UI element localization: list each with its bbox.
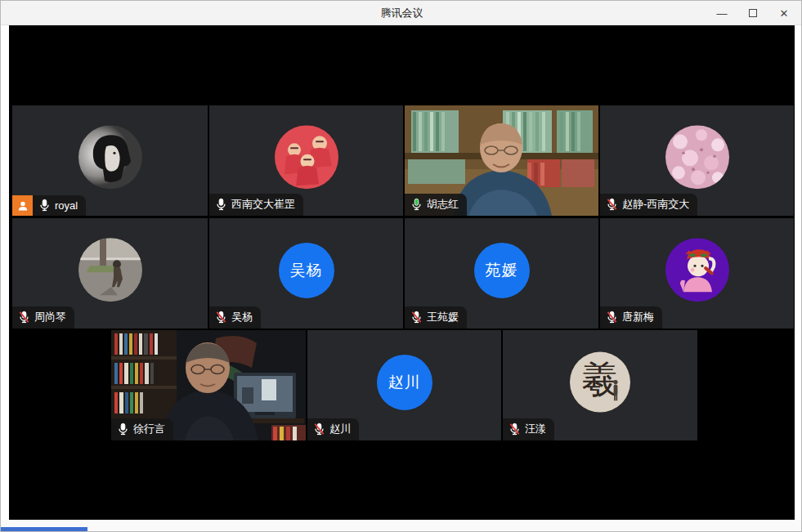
mic-on-icon bbox=[39, 199, 50, 212]
avatar-text: 赵川 bbox=[388, 371, 421, 392]
meeting-gallery: royal 西南交大崔罡 bbox=[9, 25, 795, 521]
person-silhouette bbox=[612, 379, 620, 400]
avatar-initials: 苑媛 bbox=[474, 242, 530, 297]
close-button[interactable]: ✕ bbox=[770, 2, 798, 24]
name-label: 吴杨 bbox=[209, 306, 261, 329]
participant-tile[interactable]: 赵川 赵川 bbox=[307, 330, 501, 440]
avatar bbox=[78, 125, 142, 189]
participant-tile[interactable]: 羲 汪漾 bbox=[503, 330, 697, 440]
avatar-text: 苑媛 bbox=[486, 259, 518, 280]
minimize-button[interactable]: — bbox=[708, 2, 736, 24]
name-label: 胡志红 bbox=[405, 194, 467, 216]
avatar-initials: 赵川 bbox=[377, 354, 432, 409]
participant-name: 王苑媛 bbox=[427, 310, 459, 324]
participant-name: 吴杨 bbox=[231, 310, 253, 324]
titlebar: 腾讯会议 — ✕ bbox=[1, 1, 802, 25]
name-label: 王苑媛 bbox=[405, 306, 467, 329]
name-label: 唐新梅 bbox=[600, 306, 662, 329]
name-label: 徐行言 bbox=[111, 418, 173, 440]
participant-tile[interactable]: royal bbox=[12, 105, 208, 216]
participant-name: 汪漾 bbox=[525, 422, 546, 436]
mic-muted-icon bbox=[19, 311, 29, 324]
window-title: 腾讯会议 bbox=[381, 6, 423, 20]
participant-tile[interactable]: 周尚琴 bbox=[12, 218, 208, 329]
background-blue-bar bbox=[1, 527, 87, 531]
maximize-icon bbox=[749, 9, 757, 17]
mic-muted-icon bbox=[411, 311, 422, 324]
participant-tile[interactable]: 唐新梅 bbox=[600, 218, 794, 329]
mic-speaking-icon bbox=[411, 198, 422, 211]
participant-name: 胡志红 bbox=[427, 197, 459, 212]
avatar-initials: 吴杨 bbox=[279, 242, 334, 297]
name-label: 汪漾 bbox=[503, 418, 554, 440]
name-label: 赵静-西南交大 bbox=[600, 194, 697, 216]
mic-muted-icon bbox=[509, 422, 520, 436]
participant-tile[interactable]: 赵静-西南交大 bbox=[600, 105, 794, 216]
participant-name: 西南交大崔罡 bbox=[231, 197, 295, 212]
participant-tile[interactable]: 苑媛 王苑媛 bbox=[405, 218, 598, 329]
name-label: 赵川 bbox=[307, 418, 359, 440]
mic-on-icon bbox=[216, 198, 226, 211]
name-label: 西南交大崔罡 bbox=[209, 194, 303, 216]
window-controls: — ✕ bbox=[708, 1, 798, 25]
mic-muted-icon bbox=[216, 311, 226, 324]
maximize-button[interactable] bbox=[739, 2, 767, 24]
avatar-calligraphy: 羲 bbox=[570, 351, 630, 412]
participant-tile[interactable]: 徐行言 bbox=[111, 330, 306, 440]
participant-tile-active-speaker[interactable]: 胡志红 bbox=[405, 105, 598, 216]
mic-on-icon bbox=[118, 422, 128, 436]
participant-tile[interactable]: 西南交大崔罡 bbox=[209, 105, 403, 216]
host-badge bbox=[12, 195, 33, 216]
avatar bbox=[665, 125, 729, 189]
participant-name: 周尚琴 bbox=[34, 310, 66, 324]
name-label: 周尚琴 bbox=[12, 306, 74, 329]
avatar bbox=[78, 238, 142, 302]
avatar-text: 吴杨 bbox=[290, 259, 323, 280]
participant-name: royal bbox=[55, 199, 78, 212]
background-window-sliver bbox=[1, 520, 802, 531]
mic-muted-icon bbox=[314, 422, 325, 436]
person-icon bbox=[17, 200, 29, 212]
avatar bbox=[275, 125, 338, 189]
participant-name: 赵川 bbox=[329, 422, 351, 436]
participant-name: 唐新梅 bbox=[622, 310, 654, 324]
avatar-cartoon bbox=[665, 238, 729, 302]
mic-muted-icon bbox=[607, 198, 617, 211]
participant-tile[interactable]: 吴杨 吴杨 bbox=[209, 218, 403, 329]
name-label: royal bbox=[33, 195, 86, 216]
participant-name: 赵静-西南交大 bbox=[622, 197, 689, 212]
mic-muted-icon bbox=[607, 311, 617, 324]
participant-name: 徐行言 bbox=[133, 422, 165, 436]
